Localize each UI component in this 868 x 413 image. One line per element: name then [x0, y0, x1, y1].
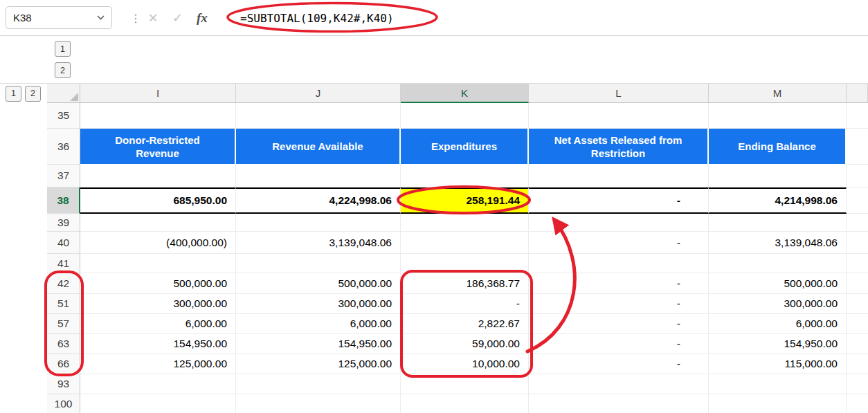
- cell-J35[interactable]: [236, 103, 401, 129]
- cell-J40[interactable]: 3,139,048.06: [236, 232, 401, 254]
- cell-K38[interactable]: 258,191.44: [401, 187, 529, 214]
- cell-I100[interactable]: [80, 394, 236, 413]
- cell-J37[interactable]: [236, 165, 401, 187]
- row-header-66[interactable]: 66: [47, 354, 80, 374]
- row-header-40[interactable]: 40: [47, 232, 80, 254]
- cell-L39[interactable]: [529, 214, 709, 232]
- cell-L100[interactable]: [529, 394, 709, 413]
- row-header-35[interactable]: 35: [47, 103, 80, 129]
- cell-K57[interactable]: 2,822.67: [401, 314, 529, 334]
- row-header-51[interactable]: 51: [47, 294, 80, 314]
- cell-M66[interactable]: 115,000.00: [709, 354, 847, 374]
- cell-I66[interactable]: 125,000.00: [80, 354, 236, 374]
- cell-K36[interactable]: Expenditures: [401, 129, 529, 165]
- row-header-39[interactable]: 39: [47, 214, 80, 232]
- row-header-36[interactable]: 36: [47, 129, 80, 165]
- cell-I38[interactable]: 685,950.00: [80, 187, 236, 214]
- cell-K93[interactable]: [401, 374, 529, 394]
- cell-M35[interactable]: [709, 103, 847, 129]
- cell-I93[interactable]: [80, 374, 236, 394]
- row-outline-level-1-button[interactable]: 1: [6, 86, 21, 102]
- cell-M100[interactable]: [709, 394, 847, 413]
- cell-I51[interactable]: 300,000.00: [80, 294, 236, 314]
- cell-L41[interactable]: [529, 254, 709, 273]
- cell-L35[interactable]: [529, 103, 709, 129]
- cell-M93[interactable]: [709, 374, 847, 394]
- more-options-icon[interactable]: ⋮: [130, 0, 141, 36]
- column-header-j[interactable]: J: [236, 84, 401, 103]
- cell-K39[interactable]: [401, 214, 529, 232]
- cell-I42[interactable]: 500,000.00: [80, 273, 236, 294]
- row-header-57[interactable]: 57: [47, 314, 80, 334]
- cell-K63[interactable]: 59,000.00: [401, 334, 529, 354]
- cell-K41[interactable]: [401, 254, 529, 273]
- column-header-l[interactable]: L: [529, 84, 709, 103]
- cell-M42[interactable]: 500,000.00: [709, 273, 847, 294]
- cell-J42[interactable]: 500,000.00: [236, 273, 401, 294]
- cell-I39[interactable]: [80, 214, 236, 232]
- cell-K40[interactable]: [401, 232, 529, 254]
- row-header-63[interactable]: 63: [47, 334, 80, 354]
- cell-K51[interactable]: -: [401, 294, 529, 314]
- cell-K37[interactable]: [401, 165, 529, 187]
- column-header-k[interactable]: K: [401, 84, 529, 103]
- cell-J63[interactable]: 154,950.00: [236, 334, 401, 354]
- cell-K35[interactable]: [401, 103, 529, 129]
- cell-L40[interactable]: -: [529, 232, 709, 254]
- cell-M57[interactable]: 6,000.00: [709, 314, 847, 334]
- cell-M38[interactable]: 4,214,998.06: [709, 187, 847, 214]
- row-header-38[interactable]: 38: [47, 187, 80, 214]
- insert-function-icon[interactable]: fx: [197, 0, 208, 36]
- enter-icon[interactable]: ✓: [172, 0, 183, 36]
- formula-input[interactable]: =SUBTOTAL(109,K42#,K40): [240, 0, 394, 36]
- cell-I41[interactable]: [80, 254, 236, 273]
- cancel-icon[interactable]: ✕: [148, 0, 158, 36]
- column-outline-level-1-button[interactable]: 1: [55, 41, 71, 57]
- cell-M63[interactable]: 154,950.00: [709, 334, 847, 354]
- cell-K100[interactable]: [401, 394, 529, 413]
- cell-J93[interactable]: [236, 374, 401, 394]
- cell-L37[interactable]: [529, 165, 709, 187]
- column-header-m[interactable]: M: [709, 84, 847, 103]
- column-header-i[interactable]: I: [80, 84, 236, 103]
- row-header-93[interactable]: 93: [47, 374, 80, 394]
- cell-M51[interactable]: 300,000.00: [709, 294, 847, 314]
- cell-L36[interactable]: Net Assets Released from Restriction: [529, 129, 709, 165]
- name-box[interactable]: K38: [6, 6, 112, 29]
- cell-M39[interactable]: [709, 214, 847, 232]
- cell-L38[interactable]: -: [529, 187, 709, 214]
- cell-J38[interactable]: 4,224,998.06: [236, 187, 401, 214]
- row-header-100[interactable]: 100: [47, 394, 80, 413]
- cell-M37[interactable]: [709, 165, 847, 187]
- cell-J41[interactable]: [236, 254, 401, 273]
- cell-L51[interactable]: -: [529, 294, 709, 314]
- row-header-41[interactable]: 41: [47, 254, 80, 273]
- row-outline-level-2-button[interactable]: 2: [25, 86, 41, 102]
- cell-L57[interactable]: -: [529, 314, 709, 334]
- cell-M40[interactable]: 3,139,048.06: [709, 232, 847, 254]
- cell-L42[interactable]: -: [529, 273, 709, 294]
- column-outline-level-2-button[interactable]: 2: [55, 62, 71, 78]
- select-all-button[interactable]: [47, 84, 80, 103]
- cell-I40[interactable]: (400,000.00): [80, 232, 236, 254]
- cell-K42[interactable]: 186,368.77: [401, 273, 529, 294]
- cell-L63[interactable]: -: [529, 334, 709, 354]
- cell-J66[interactable]: 125,000.00: [236, 354, 401, 374]
- cell-M41[interactable]: [709, 254, 847, 273]
- row-header-42[interactable]: 42: [47, 273, 80, 294]
- cell-I57[interactable]: 6,000.00: [80, 314, 236, 334]
- cell-I37[interactable]: [80, 165, 236, 187]
- cell-K66[interactable]: 10,000.00: [401, 354, 529, 374]
- row-header-37[interactable]: 37: [47, 165, 80, 187]
- cell-J36[interactable]: Revenue Available: [236, 129, 401, 165]
- cell-L93[interactable]: [529, 374, 709, 394]
- cell-M36[interactable]: Ending Balance: [709, 129, 847, 165]
- chevron-down-icon[interactable]: [97, 15, 105, 20]
- cell-L66[interactable]: -: [529, 354, 709, 374]
- cell-I36[interactable]: Donor-Restricted Revenue: [80, 129, 236, 165]
- cell-I63[interactable]: 154,950.00: [80, 334, 236, 354]
- cell-I35[interactable]: [80, 103, 236, 129]
- cell-J57[interactable]: 6,000.00: [236, 314, 401, 334]
- cell-J100[interactable]: [236, 394, 401, 413]
- cell-J51[interactable]: 300,000.00: [236, 294, 401, 314]
